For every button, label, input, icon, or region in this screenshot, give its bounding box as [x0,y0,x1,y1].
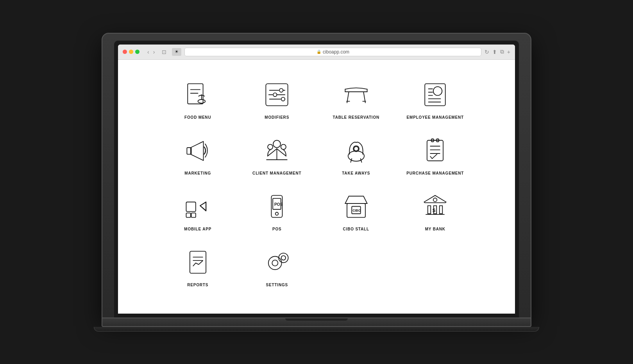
forward-button[interactable]: › [152,48,157,56]
share-button[interactable]: ⬆ [492,48,497,55]
svg-rect-60 [428,206,431,214]
table-reservation-icon [340,79,372,111]
svg-point-54 [275,212,279,216]
svg-rect-42 [427,140,443,161]
screen-bezel: ‹ › ⊡ ☀ 🔒 ciboapp.com ↻ ⬆ ⧉ + [114,41,519,318]
toolbar-right: ⬆ ⧉ + [492,48,510,55]
menu-item-purchase-management[interactable]: PURCHASE MANAGEMENT [398,131,473,179]
lock-icon: 🔒 [316,50,321,54]
refresh-button[interactable]: ↻ [485,49,489,55]
close-button[interactable] [123,50,127,54]
svg-point-71 [279,253,288,262]
svg-point-13 [281,97,285,101]
take-aways-icon [340,135,372,166]
take-aways-label: TAKE AWAYS [342,171,370,175]
svg-point-69 [268,257,282,270]
url-text: ciboapp.com [323,49,349,55]
svg-point-41 [354,146,358,151]
svg-point-7 [279,89,283,92]
svg-point-32 [268,145,273,150]
laptop-container: ‹ › ⊡ ☀ 🔒 ciboapp.com ↻ ⬆ ⧉ + [102,33,531,332]
laptop-body: ‹ › ⊡ ☀ 🔒 ciboapp.com ↻ ⬆ ⧉ + [102,33,531,318]
maximize-button[interactable] [135,50,139,54]
svg-text:$: $ [433,207,436,213]
menu-item-mobile-app[interactable]: MOBILE APP [160,187,236,235]
cibo-stall-icon: CIBO [340,191,372,222]
pos-icon: POS [261,191,293,222]
svg-point-3 [198,100,205,103]
purchase-management-label: PURCHASE MANAGEMENT [406,171,464,175]
food-menu-icon [182,79,213,111]
svg-point-70 [272,260,278,266]
svg-rect-51 [191,213,195,217]
my-bank-label: MY BANK [425,227,445,231]
menu-item-cibo-stall[interactable]: CIBO CIBO STALL [318,187,394,235]
cibo-stall-label: CIBO STALL [343,227,369,231]
browser-content: FOOD MENU MODIFIERS TABLE RESERVATION EM… [118,60,515,314]
svg-point-10 [273,93,277,96]
purchase-management-icon [420,135,451,166]
client-management-label: CLIENT MANAGEMENT [252,171,301,175]
menu-item-employee-management[interactable]: EMPLOYEE MANAGEMENT [398,75,473,123]
my-bank-icon: $ [420,191,451,222]
svg-rect-49 [186,202,195,211]
svg-rect-0 [188,84,203,104]
new-tab-button[interactable]: + [507,48,510,55]
employee-management-icon [420,79,451,111]
svg-text:POS: POS [274,202,283,207]
minimize-button[interactable] [129,50,133,54]
svg-rect-66 [190,251,206,273]
employee-management-label: EMPLOYEE MANAGEMENT [407,115,464,120]
svg-rect-50 [186,213,190,217]
pos-label: POS [272,227,282,231]
laptop-hinge [285,318,348,321]
traffic-lights [123,50,139,54]
menu-item-table-reservation[interactable]: TABLE RESERVATION [318,75,394,123]
tab-button[interactable]: ⊡ [159,48,169,56]
brightness-button[interactable]: ☀ [172,48,181,56]
nav-buttons: ‹ › [146,48,156,56]
modifiers-icon [261,79,293,111]
svg-point-64 [433,198,437,202]
laptop-base [102,318,531,327]
menu-grid: FOOD MENU MODIFIERS TABLE RESERVATION EM… [160,75,473,291]
menu-item-take-aways[interactable]: TAKE AWAYS [318,131,394,179]
menu-item-settings[interactable]: SETTINGS [240,243,315,291]
marketing-label: MARKETING [184,171,211,175]
svg-point-33 [281,145,286,150]
duplicate-button[interactable]: ⧉ [500,48,504,55]
menu-item-marketing[interactable]: MARKETING [160,131,236,179]
food-menu-label: FOOD MENU [184,115,211,120]
svg-marker-29 [191,141,204,161]
svg-point-31 [273,140,281,148]
reports-icon [182,247,213,278]
svg-text:CIBO: CIBO [352,209,361,212]
browser-bar: ‹ › ⊡ ☀ 🔒 ciboapp.com ↻ ⬆ ⧉ + [118,45,515,60]
menu-item-my-bank[interactable]: $ MY BANK [398,187,473,235]
menu-item-modifiers[interactable]: MODIFIERS [240,75,315,123]
reports-label: REPORTS [187,283,208,287]
mobile-app-icon [182,191,213,222]
laptop-bottom [94,327,539,332]
settings-icon [261,247,293,278]
menu-item-food-menu[interactable]: FOOD MENU [160,75,236,123]
mobile-app-label: MOBILE APP [184,227,211,231]
table-reservation-label: TABLE RESERVATION [333,115,379,120]
client-management-icon [261,135,293,166]
address-bar[interactable]: 🔒 ciboapp.com [184,48,481,56]
browser-window: ‹ › ⊡ ☀ 🔒 ciboapp.com ↻ ⬆ ⧉ + [118,45,515,314]
modifiers-label: MODIFIERS [265,115,289,120]
back-button[interactable]: ‹ [146,48,151,56]
svg-rect-62 [440,206,443,214]
svg-point-23 [433,87,442,96]
settings-label: SETTINGS [266,283,288,287]
svg-point-37 [348,151,364,161]
marketing-icon [182,135,213,166]
svg-point-72 [281,256,286,260]
menu-item-client-management[interactable]: CLIENT MANAGEMENT [240,131,315,179]
menu-item-pos[interactable]: POS POS [240,187,315,235]
menu-item-reports[interactable]: REPORTS [160,243,236,291]
